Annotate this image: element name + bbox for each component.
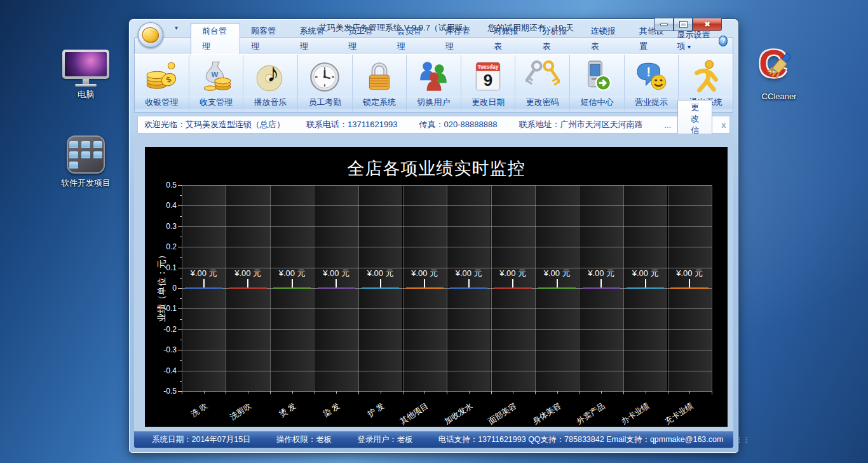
vertical-gridline xyxy=(623,185,624,391)
maximize-button[interactable] xyxy=(674,18,693,31)
vertical-gridline xyxy=(712,185,712,391)
x-axis-tick xyxy=(535,391,536,394)
quick-access-arrow-icon[interactable]: ▾ xyxy=(175,24,178,31)
vertical-gridline xyxy=(358,185,359,391)
bar-zero-segment xyxy=(538,287,576,289)
desktop-icon-dev-projects[interactable]: 软件开发项目 xyxy=(49,135,123,189)
y-axis-tick-label: 0.5 xyxy=(147,181,177,190)
address-text: 联系地址：广州市天河区天河南路 xyxy=(519,119,642,130)
tab-item[interactable]: 员工管理 xyxy=(337,24,386,54)
bar-zero-segment xyxy=(583,287,620,289)
tab-item[interactable]: 连锁报表 xyxy=(580,24,628,54)
bar-zero-segment xyxy=(185,287,222,289)
svg-text:W: W xyxy=(211,71,218,78)
gold-coin-icon xyxy=(142,27,159,43)
toolbar-button-label: 切换用户 xyxy=(407,96,461,109)
x-axis-tick xyxy=(712,391,712,394)
x-axis-tick xyxy=(358,391,359,394)
x-axis-tick xyxy=(204,391,205,394)
y-axis-tick-label: -0.2 xyxy=(147,325,177,334)
bar-marker-tick xyxy=(380,279,381,288)
toolbar-button-coins[interactable]: $收银管理 xyxy=(135,55,189,112)
vertical-gridline xyxy=(315,185,315,391)
svg-text:9: 9 xyxy=(484,71,492,90)
bar-marker-tick xyxy=(336,279,337,288)
x-axis-tick xyxy=(381,391,381,394)
x-axis-tick xyxy=(601,391,602,394)
vertical-gridline xyxy=(182,185,182,391)
app-orb-button[interactable] xyxy=(138,22,163,48)
vertical-gridline xyxy=(270,185,271,391)
bar-zero-segment xyxy=(362,287,399,289)
toolbar-button-users[interactable]: 切换用户 xyxy=(407,55,461,112)
x-axis-tick xyxy=(292,391,293,394)
window-body: 全店各项业绩实时监控 业绩（单位：元） 0.50.40.30.20.10-0.1… xyxy=(134,134,733,431)
toolbar-button-money-bag[interactable]: W 收支管理 xyxy=(189,55,244,112)
x-axis-tick xyxy=(336,391,337,394)
toolbar-button-keys[interactable]: 更改密码 xyxy=(515,55,570,112)
ribbon-toolbar: $收银管理 W 收支管理 ♪播放音乐 员工考勤 锁定系统 切换用户 Tuesda… xyxy=(134,54,733,113)
computer-icon xyxy=(62,50,109,85)
bar-zero-segment xyxy=(406,287,444,289)
desktop-icon-ccleaner[interactable]: C CCleaner xyxy=(742,45,816,101)
toolbar-button-label: 员工考勤 xyxy=(298,96,352,109)
money-bag-icon: W xyxy=(199,57,233,96)
coins-icon: $ xyxy=(144,57,179,96)
minimize-button[interactable] xyxy=(654,18,674,31)
toolbar-button-tip[interactable]: ! 营业提示 xyxy=(625,55,679,112)
toolbar-button-calendar[interactable]: Tuesday 9更改日期 xyxy=(461,55,516,112)
fax-text: 传真：020-88888888 xyxy=(419,119,498,130)
toolbar-button-label: 更改密码 xyxy=(515,96,569,109)
svg-text:Tuesday: Tuesday xyxy=(478,64,499,70)
bar-marker-tick xyxy=(645,279,646,288)
bar-zero-segment xyxy=(670,287,708,289)
calendar-icon: Tuesday 9 xyxy=(471,57,505,96)
bar-marker-tick xyxy=(600,279,602,288)
tab-item[interactable]: 分析报表 xyxy=(531,24,580,54)
toolbar-button-music[interactable]: ♪播放音乐 xyxy=(243,55,298,112)
vertical-gridline xyxy=(668,185,668,391)
tab-item[interactable]: 顾客管理 xyxy=(240,24,288,54)
x-axis-tick xyxy=(226,391,226,394)
x-axis-tick xyxy=(424,391,425,394)
toolbar-button-lock[interactable]: 锁定系统 xyxy=(353,55,407,112)
bar-marker-tick xyxy=(247,279,248,288)
tab-active[interactable]: 前台管理 xyxy=(191,23,240,55)
vertical-gridline xyxy=(226,185,226,391)
bar-marker-tick xyxy=(468,279,470,288)
toolbar-button-label: 更改日期 xyxy=(461,96,515,109)
desktop-icon-computer[interactable]: 电脑 xyxy=(49,50,123,100)
lock-icon xyxy=(362,57,397,96)
bar-marker-tick xyxy=(203,279,205,288)
info-bar-close-icon[interactable]: x xyxy=(721,120,726,130)
y-axis-tick-label: 0.3 xyxy=(147,222,177,231)
x-axis-tick xyxy=(248,391,248,394)
toolbar-button-label: 营业提示 xyxy=(625,96,679,109)
x-axis-tick xyxy=(580,391,580,394)
bar-marker-tick xyxy=(689,279,690,288)
bar-marker-tick xyxy=(292,279,293,288)
vertical-gridline xyxy=(403,185,403,391)
info-overflow-ellipsis[interactable]: ... xyxy=(664,120,671,130)
toolbar-button-sms[interactable]: 短信中心 xyxy=(570,55,625,112)
help-icon[interactable]: ? xyxy=(719,36,728,46)
toolbar-button-label: 锁定系统 xyxy=(353,96,407,109)
tab-item[interactable]: 对账报表 xyxy=(483,24,531,54)
music-icon: ♪ xyxy=(254,57,288,96)
vertical-gridline xyxy=(491,185,492,391)
close-button[interactable]: ✖ xyxy=(693,18,722,31)
display-settings-dropdown[interactable]: 显示设置项 ▾ xyxy=(677,29,714,52)
toolbar-button-label: 短信中心 xyxy=(570,96,624,109)
tab-item[interactable]: 会员管理 xyxy=(386,24,434,54)
svg-text:!: ! xyxy=(647,65,651,79)
x-axis-tick xyxy=(513,391,513,394)
tab-item[interactable]: 库存管理 xyxy=(435,24,483,54)
tab-item[interactable]: 系统管理 xyxy=(289,24,337,54)
toolbar-button-clock[interactable]: 员工考勤 xyxy=(298,55,353,112)
y-axis-tick-label: -0.3 xyxy=(147,345,177,354)
resize-grip[interactable]: ⋮⋮ xyxy=(736,436,750,443)
y-axis-tick-label: 0 xyxy=(147,284,177,293)
toolbar-button-label: 播放音乐 xyxy=(243,96,297,109)
performance-chart: 全店各项业绩实时监控 业绩（单位：元） 0.50.40.30.20.10-0.1… xyxy=(145,147,728,427)
x-axis-tick xyxy=(315,391,315,394)
